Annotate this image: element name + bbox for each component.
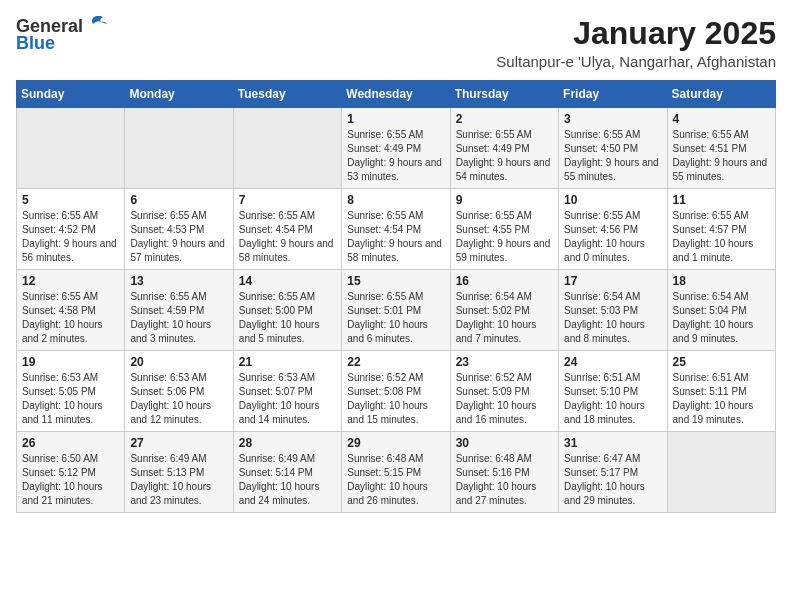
day-info: Sunrise: 6:49 AMSunset: 5:13 PMDaylight:… bbox=[130, 452, 227, 508]
calendar-cell: 20Sunrise: 6:53 AMSunset: 5:06 PMDayligh… bbox=[125, 351, 233, 432]
week-row-5: 26Sunrise: 6:50 AMSunset: 5:12 PMDayligh… bbox=[17, 432, 776, 513]
day-number: 3 bbox=[564, 112, 661, 126]
calendar-header-row: Sunday Monday Tuesday Wednesday Thursday… bbox=[17, 81, 776, 108]
day-number: 1 bbox=[347, 112, 444, 126]
day-number: 25 bbox=[673, 355, 770, 369]
calendar-cell bbox=[233, 108, 341, 189]
header-friday: Friday bbox=[559, 81, 667, 108]
day-number: 22 bbox=[347, 355, 444, 369]
header-wednesday: Wednesday bbox=[342, 81, 450, 108]
day-number: 23 bbox=[456, 355, 553, 369]
calendar-cell: 9Sunrise: 6:55 AMSunset: 4:55 PMDaylight… bbox=[450, 189, 558, 270]
calendar-cell: 3Sunrise: 6:55 AMSunset: 4:50 PMDaylight… bbox=[559, 108, 667, 189]
day-info: Sunrise: 6:50 AMSunset: 5:12 PMDaylight:… bbox=[22, 452, 119, 508]
day-number: 31 bbox=[564, 436, 661, 450]
calendar-cell: 16Sunrise: 6:54 AMSunset: 5:02 PMDayligh… bbox=[450, 270, 558, 351]
day-info: Sunrise: 6:55 AMSunset: 4:53 PMDaylight:… bbox=[130, 209, 227, 265]
calendar-cell: 8Sunrise: 6:55 AMSunset: 4:54 PMDaylight… bbox=[342, 189, 450, 270]
calendar-cell: 2Sunrise: 6:55 AMSunset: 4:49 PMDaylight… bbox=[450, 108, 558, 189]
day-info: Sunrise: 6:54 AMSunset: 5:02 PMDaylight:… bbox=[456, 290, 553, 346]
calendar-cell bbox=[667, 432, 775, 513]
day-info: Sunrise: 6:54 AMSunset: 5:04 PMDaylight:… bbox=[673, 290, 770, 346]
day-number: 17 bbox=[564, 274, 661, 288]
day-number: 26 bbox=[22, 436, 119, 450]
day-number: 18 bbox=[673, 274, 770, 288]
calendar-cell: 21Sunrise: 6:53 AMSunset: 5:07 PMDayligh… bbox=[233, 351, 341, 432]
calendar-cell: 19Sunrise: 6:53 AMSunset: 5:05 PMDayligh… bbox=[17, 351, 125, 432]
day-number: 5 bbox=[22, 193, 119, 207]
calendar-cell: 4Sunrise: 6:55 AMSunset: 4:51 PMDaylight… bbox=[667, 108, 775, 189]
day-info: Sunrise: 6:55 AMSunset: 5:00 PMDaylight:… bbox=[239, 290, 336, 346]
header-saturday: Saturday bbox=[667, 81, 775, 108]
day-info: Sunrise: 6:53 AMSunset: 5:06 PMDaylight:… bbox=[130, 371, 227, 427]
day-info: Sunrise: 6:52 AMSunset: 5:09 PMDaylight:… bbox=[456, 371, 553, 427]
header-tuesday: Tuesday bbox=[233, 81, 341, 108]
week-row-4: 19Sunrise: 6:53 AMSunset: 5:05 PMDayligh… bbox=[17, 351, 776, 432]
calendar-cell: 27Sunrise: 6:49 AMSunset: 5:13 PMDayligh… bbox=[125, 432, 233, 513]
day-info: Sunrise: 6:55 AMSunset: 4:57 PMDaylight:… bbox=[673, 209, 770, 265]
header-thursday: Thursday bbox=[450, 81, 558, 108]
day-info: Sunrise: 6:51 AMSunset: 5:11 PMDaylight:… bbox=[673, 371, 770, 427]
header-monday: Monday bbox=[125, 81, 233, 108]
day-number: 14 bbox=[239, 274, 336, 288]
day-number: 9 bbox=[456, 193, 553, 207]
logo-bird-icon bbox=[85, 16, 107, 34]
calendar-cell: 22Sunrise: 6:52 AMSunset: 5:08 PMDayligh… bbox=[342, 351, 450, 432]
week-row-3: 12Sunrise: 6:55 AMSunset: 4:58 PMDayligh… bbox=[17, 270, 776, 351]
calendar-cell: 18Sunrise: 6:54 AMSunset: 5:04 PMDayligh… bbox=[667, 270, 775, 351]
day-number: 30 bbox=[456, 436, 553, 450]
day-info: Sunrise: 6:55 AMSunset: 4:49 PMDaylight:… bbox=[456, 128, 553, 184]
day-info: Sunrise: 6:55 AMSunset: 4:58 PMDaylight:… bbox=[22, 290, 119, 346]
day-number: 4 bbox=[673, 112, 770, 126]
day-info: Sunrise: 6:55 AMSunset: 4:59 PMDaylight:… bbox=[130, 290, 227, 346]
calendar-cell: 31Sunrise: 6:47 AMSunset: 5:17 PMDayligh… bbox=[559, 432, 667, 513]
day-number: 6 bbox=[130, 193, 227, 207]
calendar-cell: 5Sunrise: 6:55 AMSunset: 4:52 PMDaylight… bbox=[17, 189, 125, 270]
calendar-cell bbox=[125, 108, 233, 189]
day-info: Sunrise: 6:53 AMSunset: 5:07 PMDaylight:… bbox=[239, 371, 336, 427]
day-number: 21 bbox=[239, 355, 336, 369]
day-number: 20 bbox=[130, 355, 227, 369]
day-number: 8 bbox=[347, 193, 444, 207]
page-header: General Blue January 2025 Sultanpur-e 'U… bbox=[16, 16, 776, 70]
day-number: 24 bbox=[564, 355, 661, 369]
calendar-cell: 23Sunrise: 6:52 AMSunset: 5:09 PMDayligh… bbox=[450, 351, 558, 432]
title-block: January 2025 Sultanpur-e 'Ulya, Nangarha… bbox=[496, 16, 776, 70]
day-info: Sunrise: 6:53 AMSunset: 5:05 PMDaylight:… bbox=[22, 371, 119, 427]
calendar-cell: 30Sunrise: 6:48 AMSunset: 5:16 PMDayligh… bbox=[450, 432, 558, 513]
day-number: 15 bbox=[347, 274, 444, 288]
calendar-cell: 17Sunrise: 6:54 AMSunset: 5:03 PMDayligh… bbox=[559, 270, 667, 351]
day-number: 19 bbox=[22, 355, 119, 369]
header-sunday: Sunday bbox=[17, 81, 125, 108]
calendar-cell: 15Sunrise: 6:55 AMSunset: 5:01 PMDayligh… bbox=[342, 270, 450, 351]
calendar-cell: 11Sunrise: 6:55 AMSunset: 4:57 PMDayligh… bbox=[667, 189, 775, 270]
day-info: Sunrise: 6:55 AMSunset: 4:54 PMDaylight:… bbox=[239, 209, 336, 265]
day-info: Sunrise: 6:55 AMSunset: 4:56 PMDaylight:… bbox=[564, 209, 661, 265]
week-row-2: 5Sunrise: 6:55 AMSunset: 4:52 PMDaylight… bbox=[17, 189, 776, 270]
week-row-1: 1Sunrise: 6:55 AMSunset: 4:49 PMDaylight… bbox=[17, 108, 776, 189]
calendar-cell: 13Sunrise: 6:55 AMSunset: 4:59 PMDayligh… bbox=[125, 270, 233, 351]
day-info: Sunrise: 6:55 AMSunset: 4:55 PMDaylight:… bbox=[456, 209, 553, 265]
day-info: Sunrise: 6:55 AMSunset: 4:54 PMDaylight:… bbox=[347, 209, 444, 265]
logo-blue-text: Blue bbox=[16, 33, 55, 54]
day-number: 12 bbox=[22, 274, 119, 288]
day-number: 2 bbox=[456, 112, 553, 126]
calendar-cell: 26Sunrise: 6:50 AMSunset: 5:12 PMDayligh… bbox=[17, 432, 125, 513]
calendar-cell bbox=[17, 108, 125, 189]
calendar-cell: 29Sunrise: 6:48 AMSunset: 5:15 PMDayligh… bbox=[342, 432, 450, 513]
calendar-cell: 28Sunrise: 6:49 AMSunset: 5:14 PMDayligh… bbox=[233, 432, 341, 513]
calendar-cell: 24Sunrise: 6:51 AMSunset: 5:10 PMDayligh… bbox=[559, 351, 667, 432]
day-info: Sunrise: 6:55 AMSunset: 4:51 PMDaylight:… bbox=[673, 128, 770, 184]
day-info: Sunrise: 6:54 AMSunset: 5:03 PMDaylight:… bbox=[564, 290, 661, 346]
calendar-cell: 12Sunrise: 6:55 AMSunset: 4:58 PMDayligh… bbox=[17, 270, 125, 351]
day-info: Sunrise: 6:52 AMSunset: 5:08 PMDaylight:… bbox=[347, 371, 444, 427]
day-number: 13 bbox=[130, 274, 227, 288]
calendar-cell: 1Sunrise: 6:55 AMSunset: 4:49 PMDaylight… bbox=[342, 108, 450, 189]
day-info: Sunrise: 6:47 AMSunset: 5:17 PMDaylight:… bbox=[564, 452, 661, 508]
day-info: Sunrise: 6:48 AMSunset: 5:16 PMDaylight:… bbox=[456, 452, 553, 508]
day-number: 27 bbox=[130, 436, 227, 450]
calendar-cell: 10Sunrise: 6:55 AMSunset: 4:56 PMDayligh… bbox=[559, 189, 667, 270]
day-number: 7 bbox=[239, 193, 336, 207]
day-info: Sunrise: 6:55 AMSunset: 5:01 PMDaylight:… bbox=[347, 290, 444, 346]
day-info: Sunrise: 6:55 AMSunset: 4:52 PMDaylight:… bbox=[22, 209, 119, 265]
